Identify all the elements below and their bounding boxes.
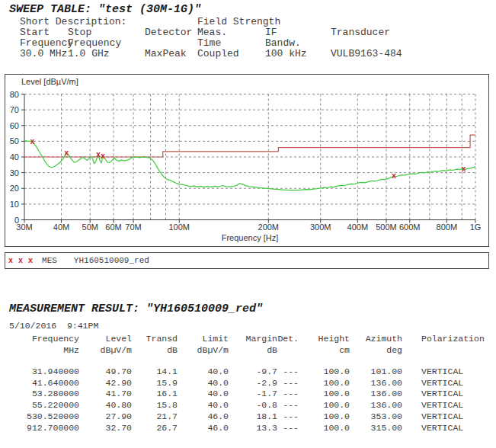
table-row-cell-3: 46.0 — [178, 411, 229, 423]
table-row-cell-3: 40.0 — [178, 366, 229, 378]
x-tick-label: 1G — [470, 222, 482, 232]
table-row-cell-5: --- — [277, 411, 299, 423]
table-row-cell-7: 136.00 — [350, 378, 402, 389]
table-row-cell-3: 40.0 — [178, 378, 229, 389]
x-marker-icon: x — [18, 257, 23, 265]
short-description-value: Field Strength — [197, 16, 280, 27]
x-tick-label: 40M — [53, 222, 69, 232]
short-description-label: Short Description: — [20, 16, 126, 27]
table-header-row-cell-4: Margin — [229, 333, 277, 344]
x-axis-title: Frequency [Hz] — [222, 233, 279, 242]
table-header-row-cell-1: Level — [79, 333, 132, 344]
table-row: 530.52000027.9021.746.018.1---100.0353.0… — [9, 411, 485, 423]
table-header-row-cell-8: Polarization — [421, 333, 485, 344]
table-row-cell-5: --- — [277, 378, 299, 389]
table-row-cell-7: 101.00 — [350, 366, 402, 378]
table-row-cell-0: 53.280000 — [9, 389, 79, 400]
table-row-cell-6: 100.0 — [299, 366, 350, 378]
table-row-cell-4: -1.7 — [229, 389, 277, 400]
x-marker-icon: x — [101, 152, 105, 160]
x-tick-label: 600M — [399, 222, 421, 232]
y-tick-label: 80 — [10, 90, 19, 99]
table-row-cell-2: 21.7 — [132, 411, 178, 423]
table-header-row-cell-6: Height — [299, 333, 350, 344]
table-row-cell-2: 26.7 — [132, 423, 178, 434]
table-row-cell-7: 136.00 — [350, 400, 402, 411]
legend-marker-icon: xxx — [8, 256, 38, 265]
table-row-cell-6: 100.0 — [299, 423, 350, 434]
table-header-row: FrequencyLevelTransdLimitMarginDet.Heigh… — [9, 333, 485, 344]
table-row: 912.70000032.7026.746.013.3---100.0315.0… — [9, 423, 485, 434]
table-row-cell-6: 100.0 — [299, 378, 350, 389]
sweep-param-label-3: Time — [197, 37, 221, 49]
trace-legend: xxx MES YH160510009_red — [5, 252, 489, 269]
table-row-cell-6: 100.0 — [299, 411, 350, 423]
table-row-cell-8: VERTICAL — [421, 423, 463, 434]
table-units-row: MHzdBµV/mdBdBµV/mdBcmdeg — [9, 344, 485, 356]
sweep-param-label-1: Stop — [68, 27, 91, 38]
table-row: 31.94000049.7014.140.0-9.7---100.0101.00… — [9, 366, 485, 378]
sweep-param-value-5: VULB9163-484 — [331, 48, 402, 59]
y-tick-label: 40 — [10, 152, 19, 162]
sweep-param-label-3: Meas. — [197, 27, 227, 38]
table-row-cell-8: VERTICAL — [421, 389, 463, 400]
table-row-cell-4: -0.8 — [229, 400, 277, 411]
table-row-cell-8: VERTICAL — [421, 400, 463, 411]
y-tick-label: 50 — [10, 136, 19, 146]
table-row-cell-8: VERTICAL — [421, 411, 463, 423]
table-units-row-cell-4: dB — [229, 344, 277, 356]
sweep-param-value-2: MaxPeak — [145, 48, 187, 59]
table-header-row-cell-0: Frequency — [9, 333, 79, 344]
table-row-cell-0: 530.520000 — [9, 411, 79, 423]
table-units-row-cell-7: deg — [350, 344, 402, 356]
table-row-cell-0: 55.220000 — [9, 400, 79, 411]
y-tick-label: 60 — [10, 121, 19, 130]
table-row-cell-8: VERTICAL — [421, 366, 463, 378]
table-row-cell-7: 136.00 — [350, 389, 402, 400]
table-row-cell-4: 13.3 — [229, 423, 277, 434]
sweep-param-value-3: Coupled — [197, 48, 239, 59]
table-row-cell-7: 353.00 — [350, 411, 402, 423]
measurement-result-title: MEASUREMENT RESULT: "YH160510009_red" — [9, 302, 263, 315]
table-row-cell-5: --- — [277, 400, 299, 411]
table-row-cell-0: 912.700000 — [9, 423, 79, 434]
x-tick-label: 400M — [347, 222, 369, 232]
x-tick-label: 70M — [125, 222, 141, 232]
table-row-cell-4: -9.7 — [229, 366, 277, 378]
table-row: 55.22000040.8015.840.0-0.8---100.0136.00… — [9, 400, 485, 411]
table-row-cell-2: 15.9 — [132, 378, 178, 389]
x-tick-label: 60M — [105, 222, 121, 232]
x-tick-label: 500M — [376, 222, 397, 232]
measurement-trace — [24, 141, 475, 190]
table-row-cell-6: 100.0 — [299, 389, 350, 400]
level-vs-frequency-plot: 0102030405060708030M40M50M60M70M100M200M… — [5, 75, 488, 246]
x-tick-label: 100M — [168, 222, 190, 232]
sweep-param-value-1: 1.0 GHz — [68, 48, 110, 59]
sweep-param-label-4: Bandw. — [265, 37, 301, 49]
table-row-cell-1: 27.90 — [79, 411, 132, 423]
y-tick-label: 10 — [10, 200, 19, 209]
sweep-param-value-0: 30.0 MHz — [20, 48, 67, 59]
x-marker-icon: x — [462, 165, 466, 173]
table-row-cell-0: 41.640000 — [9, 378, 79, 389]
table-header-row-cell-2: Transd — [132, 333, 178, 344]
table-row-cell-1: 32.70 — [79, 423, 132, 434]
table-units-row-cell-5 — [277, 344, 299, 356]
table-row-cell-6: 100.0 — [299, 400, 350, 411]
sweep-param-label-4: IF — [265, 27, 277, 38]
table-row: 53.28000041.7016.140.0-1.7---100.0136.00… — [9, 389, 485, 400]
y-tick-label: 70 — [10, 105, 19, 114]
y-tick-label: 30 — [10, 168, 19, 178]
table-row-cell-2: 16.1 — [132, 389, 178, 400]
x-marker-icon: x — [8, 257, 13, 265]
x-tick-label: 300M — [310, 222, 331, 232]
table-row-cell-3: 46.0 — [178, 423, 229, 434]
table-row-cell-8: VERTICAL — [421, 378, 463, 389]
table-row-cell-2: 15.8 — [132, 400, 178, 411]
x-tick-label: 50M — [82, 222, 98, 232]
table-row-cell-0: 31.940000 — [9, 366, 79, 378]
y-axis-title: Level [dBµV/m] — [21, 77, 78, 86]
table-header-row-cell-7: Azimuth — [350, 333, 402, 344]
x-tick-label: 200M — [258, 222, 280, 232]
legend-trace-name: YH160510009_red — [74, 256, 149, 265]
